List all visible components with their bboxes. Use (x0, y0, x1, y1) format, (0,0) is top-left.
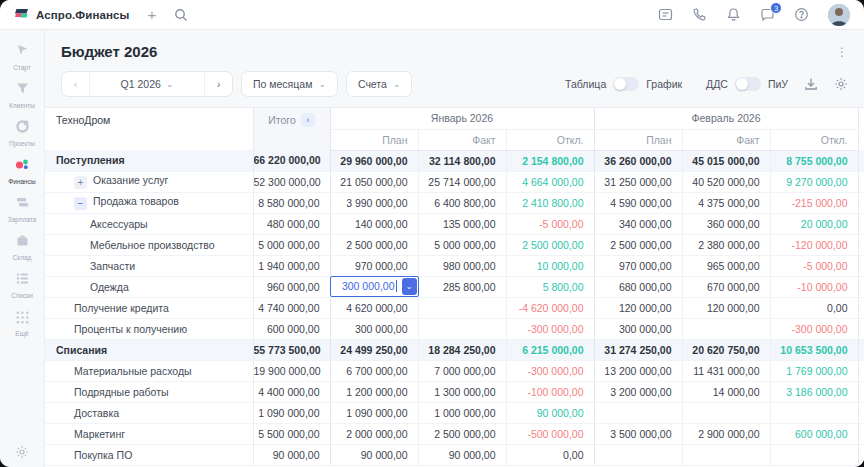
plan-cell[interactable]: 970 000,00 (594, 255, 682, 276)
sidebar-item-lists[interactable]: Списки (0, 266, 44, 304)
collapse-icon[interactable]: − (74, 197, 87, 210)
phone-icon[interactable] (692, 7, 707, 22)
search-icon[interactable] (174, 8, 188, 22)
group-by-dropdown[interactable]: По месяцам ⌄ (241, 71, 338, 97)
deviation-cell[interactable]: 0,00 (770, 297, 858, 318)
period-prev-button[interactable]: ‹ (62, 72, 89, 96)
deviation-cell[interactable]: -500 000,00 (506, 423, 594, 444)
accounts-dropdown[interactable]: Счета ⌄ (346, 71, 413, 97)
fact-cell[interactable] (682, 402, 770, 423)
plan-cell[interactable]: 1 090 000,00 (330, 402, 418, 423)
plan-cell[interactable]: 120 000,00 (594, 297, 682, 318)
deviation-cell[interactable]: 1 769 000,00 (770, 360, 858, 381)
notes-icon[interactable] (658, 7, 673, 22)
fact-cell[interactable] (682, 318, 770, 339)
deviation-cell[interactable]: -5 000,00 (506, 213, 594, 234)
plan-cell[interactable]: 29 960 000,00 (330, 150, 418, 171)
bell-icon[interactable] (726, 7, 741, 22)
plan-cell[interactable] (594, 444, 682, 465)
fact-cell[interactable]: 4 375 000,00 (682, 192, 770, 213)
plan-cell[interactable]: 2 500 000,00 (330, 234, 418, 255)
deviation-cell[interactable]: 2 410 800,00 (506, 192, 594, 213)
plan-cell[interactable]: 2 500 000,00 (594, 234, 682, 255)
sidebar-item-projects[interactable]: Проекты (0, 114, 44, 152)
fact-cell[interactable]: 5 000 000,00 (418, 234, 506, 255)
fact-cell[interactable]: 90 000,00 (418, 444, 506, 465)
fact-cell[interactable]: 2 900 000,00 (682, 423, 770, 444)
plan-cell[interactable]: 31 274 250,00 (594, 339, 682, 360)
deviation-cell[interactable]: -300 000,00 (506, 318, 594, 339)
chat-icon[interactable]: 3 (760, 7, 775, 22)
plan-cell[interactable]: 2 000 000,00 (330, 423, 418, 444)
sidebar-item-start[interactable]: Старт (0, 38, 44, 76)
editing-plan-cell[interactable]: 300 000,00⌄ (330, 276, 418, 297)
fact-cell[interactable]: 40 520 000,00 (682, 171, 770, 192)
plan-cell[interactable]: 3 500 000,00 (594, 423, 682, 444)
fact-cell[interactable]: 2 380 000,00 (682, 234, 770, 255)
plan-cell[interactable]: 3 200 000,00 (594, 381, 682, 402)
page-menu-kebab-icon[interactable]: ⋮ (836, 47, 848, 57)
plan-cell[interactable]: 3 990 000,00 (330, 192, 418, 213)
fact-cell[interactable]: 32 114 800,00 (418, 150, 506, 171)
deviation-cell[interactable]: 8 755 000,00 (770, 150, 858, 171)
sidebar-settings-icon[interactable] (0, 445, 44, 459)
report-toggle[interactable] (735, 77, 761, 91)
table-settings-gear-icon[interactable] (834, 77, 848, 91)
deviation-cell[interactable]: -100 000,00 (506, 381, 594, 402)
plan-cell[interactable]: 140 000,00 (330, 213, 418, 234)
plan-cell[interactable]: 300 000,00 (594, 318, 682, 339)
deviation-cell[interactable]: 20 000,00 (770, 213, 858, 234)
cell-dropdown-button[interactable]: ⌄ (402, 278, 417, 295)
deviation-cell[interactable]: 600 000,00 (770, 423, 858, 444)
fact-cell[interactable]: 980 000,00 (418, 255, 506, 276)
plan-cell[interactable]: 36 260 000,00 (594, 150, 682, 171)
plan-cell[interactable]: 680 000,00 (594, 276, 682, 297)
plan-cell[interactable]: 340 000,00 (594, 213, 682, 234)
fact-cell[interactable]: 670 000,00 (682, 276, 770, 297)
deviation-cell[interactable]: 9 270 000,00 (770, 171, 858, 192)
sidebar-item-warehouse[interactable]: Склад (0, 228, 44, 266)
deviation-cell[interactable]: 5 800,00 (506, 276, 594, 297)
sidebar-item-finance[interactable]: Финансы (0, 152, 44, 190)
plan-cell[interactable]: 4 620 000,00 (330, 297, 418, 318)
plan-cell[interactable]: 300 000,00 (330, 318, 418, 339)
cell-edit-input[interactable]: 300 000,00⌄ (330, 276, 419, 297)
sidebar-item-salary[interactable]: Зарплата (0, 190, 44, 228)
fact-cell[interactable]: 2 500 000,00 (418, 423, 506, 444)
deviation-cell[interactable]: -120 000,00 (770, 234, 858, 255)
plan-cell[interactable]: 970 000,00 (330, 255, 418, 276)
deviation-cell[interactable]: 2 500 000,00 (506, 234, 594, 255)
plan-cell[interactable]: 24 499 250,00 (330, 339, 418, 360)
create-button[interactable]: + (147, 7, 156, 22)
fact-cell[interactable]: 120 000,00 (682, 297, 770, 318)
plan-cell[interactable]: 13 200 000,00 (594, 360, 682, 381)
fact-cell[interactable]: 18 284 250,00 (418, 339, 506, 360)
plan-cell[interactable]: 31 250 000,00 (594, 171, 682, 192)
deviation-cell[interactable] (770, 402, 858, 423)
fact-cell[interactable]: 1 300 000,00 (418, 381, 506, 402)
fact-cell[interactable]: 7 000 000,00 (418, 360, 506, 381)
plan-cell[interactable]: 21 050 000,00 (330, 171, 418, 192)
deviation-cell[interactable]: 10 000,00 (506, 255, 594, 276)
plan-cell[interactable] (594, 402, 682, 423)
deviation-cell[interactable]: 0,00 (506, 444, 594, 465)
fact-cell[interactable]: 285 800,00 (418, 276, 506, 297)
plan-cell[interactable]: 4 590 000,00 (594, 192, 682, 213)
fact-cell[interactable]: 11 431 000,00 (682, 360, 770, 381)
fact-cell[interactable] (418, 297, 506, 318)
period-next-button[interactable]: › (205, 72, 232, 96)
deviation-cell[interactable]: 2 154 800,00 (506, 150, 594, 171)
fact-cell[interactable]: 965 000,00 (682, 255, 770, 276)
deviation-cell[interactable]: -5 000,00 (770, 255, 858, 276)
fact-cell[interactable]: 25 714 000,00 (418, 171, 506, 192)
plan-cell[interactable]: 6 700 000,00 (330, 360, 418, 381)
fact-cell[interactable] (418, 318, 506, 339)
view-toggle[interactable] (613, 77, 639, 91)
fact-cell[interactable]: 135 000,00 (418, 213, 506, 234)
expand-icon[interactable]: + (74, 176, 87, 189)
sidebar-item-clients[interactable]: Клиенты (0, 76, 44, 114)
deviation-cell[interactable]: -4 620 000,00 (506, 297, 594, 318)
user-avatar[interactable] (828, 4, 850, 26)
deviation-cell[interactable] (770, 444, 858, 465)
fact-cell[interactable]: 20 620 750,00 (682, 339, 770, 360)
